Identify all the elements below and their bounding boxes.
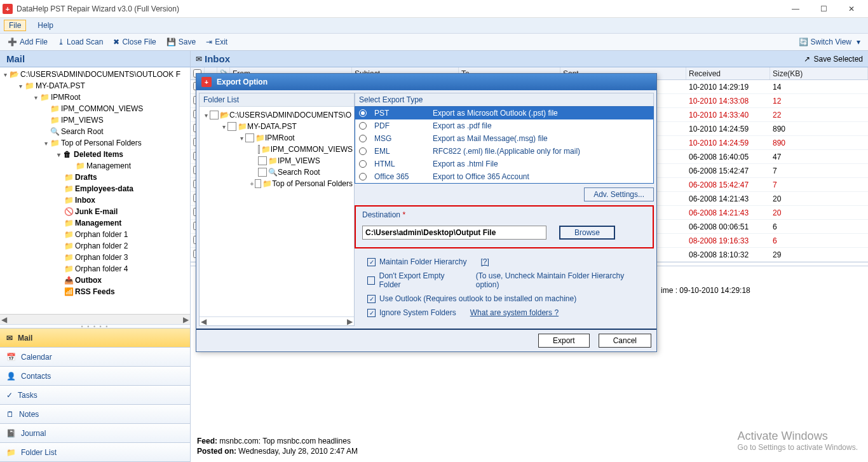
system-folders-link[interactable]: What are system folders ?: [470, 308, 559, 317]
tree-outbox[interactable]: Outbox: [75, 276, 102, 285]
tree-inbox[interactable]: Inbox: [75, 196, 95, 205]
notes-icon: 🗒: [6, 410, 14, 419]
menubar: File Help: [0, 18, 868, 33]
adv-settings-button[interactable]: Adv. Settings...: [584, 187, 654, 201]
fl-checkbox[interactable]: [255, 179, 262, 188]
fl-checkbox[interactable]: [258, 168, 267, 177]
tree-orphan3[interactable]: Orphan folder 3: [75, 253, 128, 262]
col-received[interactable]: Received: [686, 67, 770, 79]
folder-list-tree[interactable]: ▾📂C:\USERS\ADMIN\DOCUMENTS\O ▾📁MY-DATA.P…: [200, 107, 354, 214]
tree-orphan1[interactable]: Orphan folder 1: [75, 230, 128, 239]
nav-notes[interactable]: 🗒Notes: [0, 405, 190, 424]
exit-button[interactable]: ⇥Exit: [201, 34, 233, 50]
mail-small-icon: ✉: [196, 55, 202, 64]
tree-drafts[interactable]: Drafts: [75, 173, 97, 182]
chevron-down-icon: ▾: [857, 37, 860, 46]
tree-orphan4[interactable]: Orphan folder 4: [75, 264, 128, 273]
export-dialog: + Export Option Folder List ▾📂C:\USERS\A…: [196, 73, 657, 352]
destination-box: Destination * Browse: [355, 205, 654, 248]
maintain-hierarchy-checkbox[interactable]: [367, 258, 376, 266]
fl-checkbox[interactable]: [258, 145, 260, 154]
toolbar: ➕Add File ⤓Load Scan ✖Close File 💾Save ⇥…: [0, 33, 868, 51]
mail-icon: ✉: [6, 334, 13, 343]
search-icon: 🔍: [268, 168, 278, 177]
destination-input[interactable]: [362, 226, 546, 240]
dialog-titlebar[interactable]: + Export Option: [196, 74, 656, 90]
tree-rss[interactable]: RSS Feeds: [75, 287, 115, 296]
cancel-button[interactable]: Cancel: [599, 334, 651, 348]
fl-checkbox[interactable]: [227, 122, 236, 131]
close-button[interactable]: ✕: [837, 0, 865, 18]
nav-journal[interactable]: 📓Journal: [0, 424, 190, 443]
tree-root[interactable]: C:\USERS\ADMIN\DOCUMENTS\OUTLOOK F: [20, 70, 180, 79]
hierarchy-help-link[interactable]: [?]: [480, 257, 489, 266]
minimize-button[interactable]: —: [782, 0, 810, 18]
folder-tree[interactable]: ▾📂C:\USERS\ADMIN\DOCUMENTS\OUTLOOK F ▾📁M…: [0, 67, 190, 314]
folder-list-scrollbar[interactable]: ◀▶: [200, 316, 354, 325]
radio-icon: [359, 160, 367, 168]
folder-icon: 📁: [64, 230, 74, 239]
junk-icon: 🚫: [64, 207, 74, 216]
dialog-title: Export Option: [217, 78, 268, 86]
tree-ipmroot[interactable]: IPMRoot: [51, 93, 81, 102]
rss-icon: 📶: [64, 287, 74, 296]
outbox-icon: 📤: [64, 276, 74, 285]
dont-export-empty-label: Don't Export Empty Folder: [379, 271, 464, 289]
switch-view-button[interactable]: 🔄Switch View▾: [794, 34, 865, 50]
export-type-office-365[interactable]: Office 365Export to Office 365 Account: [355, 170, 653, 183]
export-type-pst[interactable]: PSTExport as Microsoft Outlook (.pst) fi…: [355, 107, 653, 119]
tree-employees[interactable]: Employees-data: [75, 184, 133, 193]
add-file-button[interactable]: ➕Add File: [3, 34, 53, 50]
nav-calendar[interactable]: 📅Calendar: [0, 348, 190, 367]
export-type-pdf[interactable]: PDFExport as .pdf file: [355, 119, 653, 132]
ignore-system-folders-checkbox[interactable]: [367, 309, 376, 317]
use-outlook-checkbox[interactable]: [367, 295, 376, 303]
app-icon: +: [3, 4, 13, 14]
tree-top[interactable]: Top of Personal Folders: [61, 139, 142, 147]
contacts-icon: 👤: [6, 372, 16, 381]
export-type-eml[interactable]: EMLRFC822 (.eml) file.(Applicable only f…: [355, 145, 653, 158]
maintain-hierarchy-label: Maintain Folder Hierarchy: [379, 257, 466, 266]
feed-label: Feed:: [197, 437, 217, 445]
nav-contacts[interactable]: 👤Contacts: [0, 367, 190, 386]
nav-folder-list[interactable]: 📁Folder List: [0, 443, 190, 462]
col-size[interactable]: Size(KB): [770, 67, 868, 79]
save-button[interactable]: 💾Save: [161, 34, 201, 50]
tree-management-d[interactable]: Management: [86, 161, 131, 170]
maximize-button[interactable]: ☐: [810, 0, 837, 18]
folder-icon: 📁: [64, 196, 74, 205]
export-type-html[interactable]: HTMLExport as .html File: [355, 158, 653, 170]
load-scan-button[interactable]: ⤓Load Scan: [53, 34, 108, 50]
tree-junk[interactable]: Junk E-mail: [75, 207, 118, 216]
export-button[interactable]: Export: [538, 334, 590, 348]
export-icon: ↗: [804, 55, 810, 64]
titlebar: + DataHelp PST Repair Wizard v3.0 (Full …: [0, 0, 868, 18]
fl-checkbox[interactable]: [258, 156, 267, 165]
radio-icon: [359, 109, 367, 117]
tree-management[interactable]: Management: [75, 219, 121, 228]
calendar-icon: 📅: [6, 353, 16, 362]
folder-icon: 📁: [261, 145, 271, 154]
fl-checkbox[interactable]: [210, 111, 219, 119]
posted-value: Wednesday, July 28, 2010 2:47 AM: [238, 447, 358, 456]
tree-search-root[interactable]: Search Root: [61, 127, 104, 136]
export-type-msg[interactable]: MSGExport as Mail Message(.msg) file: [355, 132, 653, 145]
destination-label: Destination: [362, 210, 400, 219]
window-title: DataHelp PST Repair Wizard v3.0 (Full Ve…: [17, 4, 179, 13]
tree-ipm-views[interactable]: IPM_VIEWS: [61, 116, 104, 125]
menu-file[interactable]: File: [4, 20, 26, 31]
dont-export-empty-checkbox[interactable]: [367, 276, 375, 285]
tree-deleted[interactable]: Deleted Items: [74, 150, 123, 159]
trash-icon: 🗑: [62, 150, 72, 159]
menu-help[interactable]: Help: [32, 20, 58, 31]
tree-pst[interactable]: MY-DATA.PST: [36, 81, 85, 90]
tree-ipm-common[interactable]: IPM_COMMON_VIEWS: [61, 104, 143, 113]
fl-checkbox[interactable]: [245, 133, 254, 142]
tree-orphan2[interactable]: Orphan folder 2: [75, 241, 128, 250]
close-file-button[interactable]: ✖Close File: [108, 34, 161, 50]
save-selected-button[interactable]: ↗Save Selected: [804, 55, 863, 64]
folder-open-icon: 📂: [220, 111, 229, 119]
nav-mail[interactable]: ✉Mail: [0, 329, 190, 348]
nav-tasks[interactable]: ✓Tasks: [0, 386, 190, 405]
browse-button[interactable]: Browse: [559, 226, 615, 240]
